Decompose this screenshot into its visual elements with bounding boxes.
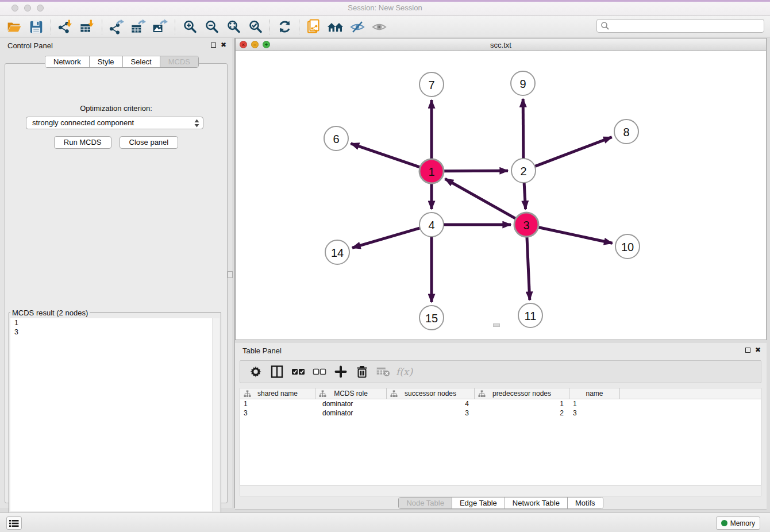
open-session-button[interactable] (3, 18, 25, 36)
delete-icon (356, 365, 368, 379)
hide-selected-icon (349, 20, 365, 34)
node-label-6: 6 (333, 133, 339, 145)
task-history-button[interactable] (6, 516, 22, 530)
node-label-15: 15 (425, 312, 438, 325)
refresh-button[interactable] (274, 18, 295, 36)
select-all-button[interactable] (287, 363, 309, 381)
tab-select[interactable]: Select (123, 56, 160, 67)
panel-split-grip[interactable] (228, 271, 233, 278)
edge-3-1[interactable] (445, 179, 516, 218)
memory-label: Memory (730, 519, 755, 527)
memory-button[interactable]: Memory (716, 516, 760, 530)
cell-name: 3 (569, 408, 620, 418)
column-layout-button[interactable] (266, 363, 287, 381)
node-label-8: 8 (623, 126, 629, 138)
control-panel-title: Control Panel (7, 41, 53, 50)
network-file-button[interactable] (303, 18, 325, 36)
cell-successor-nodes: 4 (387, 399, 475, 408)
overview-button[interactable] (325, 18, 346, 36)
hierarchy-icon (319, 390, 326, 398)
mcds-result-line: 1 (10, 318, 220, 327)
column-header-predecessor-nodes[interactable]: predecessor nodes (475, 388, 569, 399)
node-label-9: 9 (519, 78, 526, 90)
run-mcds-button[interactable]: Run MCDS (54, 136, 111, 149)
import-network-icon (57, 19, 74, 34)
mcds-result-line: 3 (10, 327, 220, 337)
export-image-button[interactable] (149, 18, 171, 36)
search-field[interactable] (596, 19, 764, 33)
status-bar: Memory (0, 512, 770, 532)
network-window: × − + scc.txt 7968124314101511 (235, 38, 767, 340)
edge-1-6[interactable] (351, 144, 421, 167)
column-header-name[interactable]: name (569, 388, 620, 399)
criterion-value: strongly connected component (32, 118, 134, 127)
import-table-button[interactable] (76, 18, 98, 36)
cell-successor-nodes: 3 (387, 408, 475, 418)
node-label-2: 2 (520, 165, 526, 178)
edge-2-9[interactable] (523, 99, 523, 159)
hide-selected-button[interactable] (346, 18, 368, 36)
tab-motifs[interactable]: Motifs (568, 498, 603, 508)
zoom-in-button[interactable] (179, 18, 201, 36)
tab-edge-table[interactable]: Edge Table (452, 498, 505, 508)
edge-4-14[interactable] (352, 228, 420, 248)
edge-2-3[interactable] (524, 183, 525, 209)
tab-node-table[interactable]: Node Table (399, 498, 452, 508)
zoom-fit-button[interactable] (222, 18, 244, 36)
tab-style[interactable]: Style (90, 56, 123, 67)
export-network-button[interactable] (106, 18, 128, 36)
memory-status-icon (721, 520, 727, 526)
network-canvas[interactable]: 7968124314101511 (236, 51, 766, 340)
hierarchy-icon (478, 390, 486, 398)
tab-mcds[interactable]: MCDS (160, 56, 198, 67)
node-label-7: 7 (428, 79, 434, 91)
column-header-MCDS-role[interactable]: MCDS role (315, 388, 387, 399)
deselect-all-button[interactable] (309, 363, 330, 381)
horizontal-split-grip[interactable] (493, 323, 500, 327)
close-panel-button[interactable]: Close panel (120, 136, 179, 149)
float-panel-icon[interactable] (211, 43, 216, 48)
result-scrollbar[interactable] (212, 318, 220, 511)
show-all-button[interactable] (368, 18, 390, 36)
table-toolbar: f(x) (240, 360, 761, 383)
node-label-11: 11 (525, 310, 537, 322)
zoom-selected-button[interactable] (244, 18, 266, 36)
tab-network[interactable]: Network (45, 56, 90, 67)
edge-3-10[interactable] (538, 227, 613, 243)
select-all-icon (291, 365, 306, 378)
criterion-dropdown[interactable]: strongly connected component (26, 117, 203, 129)
mcds-result-area[interactable]: 13 (10, 318, 220, 511)
close-panel-icon[interactable]: ✖ (221, 42, 226, 48)
close-table-panel-icon[interactable]: ✖ (755, 347, 761, 353)
edge-3-11[interactable] (527, 237, 530, 300)
export-network-icon (109, 19, 125, 34)
table-row[interactable]: 3dominator323 (240, 408, 761, 418)
column-header-successor-nodes[interactable]: successor nodes (387, 388, 475, 399)
edge-1-2[interactable] (444, 171, 508, 171)
cell-name: 1 (569, 399, 620, 408)
settings-button[interactable] (245, 363, 266, 381)
float-table-panel-icon[interactable] (745, 348, 750, 353)
node-table: shared nameMCDS rolesuccessor nodesprede… (240, 388, 761, 485)
column-label: shared name (257, 390, 298, 398)
edge-2-8[interactable] (535, 137, 612, 167)
column-layout-icon (270, 365, 284, 379)
table-row[interactable]: 1dominator411 (240, 399, 761, 408)
application-window: Session: New Session Control Panel ✖ Opt… (0, 0, 770, 532)
export-image-icon (152, 19, 168, 34)
table-panel-title: Table Panel (242, 346, 282, 355)
zoom-out-button[interactable] (201, 18, 222, 36)
delete-button[interactable] (351, 363, 372, 381)
table-scrollbar[interactable] (240, 485, 761, 496)
export-table-button[interactable] (128, 18, 149, 36)
import-network-button[interactable] (55, 18, 76, 36)
column-header-shared-name[interactable]: shared name (240, 388, 315, 399)
network-window-titlebar[interactable]: × − + scc.txt (236, 38, 766, 51)
add-button[interactable] (330, 363, 351, 381)
refresh-icon (277, 19, 292, 34)
save-session-button[interactable] (25, 18, 47, 36)
zoom-in-icon (182, 19, 198, 34)
search-input[interactable] (610, 22, 764, 30)
node-label-4: 4 (428, 219, 434, 232)
tab-network-table[interactable]: Network Table (505, 498, 568, 508)
